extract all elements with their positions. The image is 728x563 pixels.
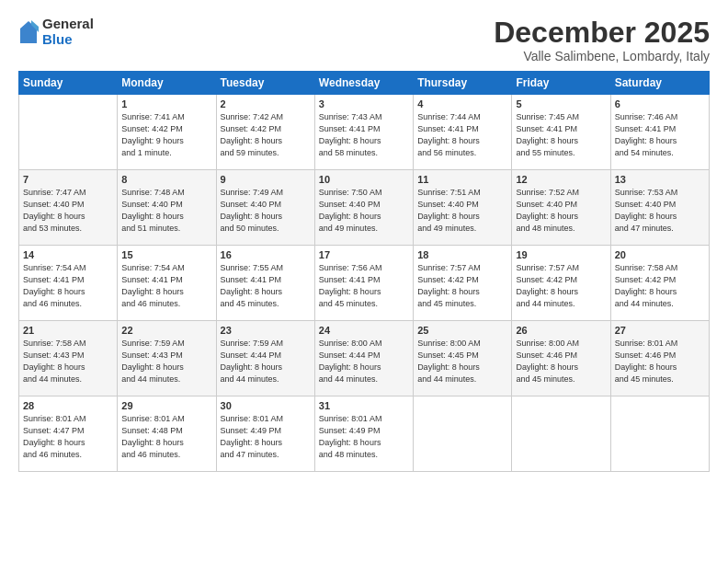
day-info: Sunrise: 7:57 AMSunset: 4:42 PMDaylight:… xyxy=(417,262,507,310)
calendar-cell-w4-d7: 27Sunrise: 8:01 AMSunset: 4:46 PMDayligh… xyxy=(610,321,709,396)
calendar-cell-w1-d1 xyxy=(19,95,118,170)
day-number: 30 xyxy=(221,400,311,411)
day-number: 3 xyxy=(319,98,409,109)
day-info: Sunrise: 7:49 AMSunset: 4:40 PMDaylight:… xyxy=(221,187,311,235)
logo-general-label: General xyxy=(42,17,94,32)
day-number: 25 xyxy=(417,325,507,336)
day-number: 13 xyxy=(615,174,705,185)
day-number: 29 xyxy=(121,400,211,411)
logo: General Blue xyxy=(18,17,94,47)
calendar-page: General Blue December 2025 Valle Salimbe… xyxy=(0,0,728,563)
day-number: 23 xyxy=(221,325,311,336)
day-info: Sunrise: 8:01 AMSunset: 4:47 PMDaylight:… xyxy=(23,413,113,461)
day-info: Sunrise: 7:51 AMSunset: 4:40 PMDaylight:… xyxy=(417,187,507,235)
day-number: 26 xyxy=(516,325,606,336)
day-info: Sunrise: 8:01 AMSunset: 4:48 PMDaylight:… xyxy=(121,413,211,461)
day-info: Sunrise: 7:59 AMSunset: 4:44 PMDaylight:… xyxy=(221,338,311,385)
calendar-cell-w2-d5: 11Sunrise: 7:51 AMSunset: 4:40 PMDayligh… xyxy=(414,170,512,246)
calendar-week-1: 1Sunrise: 7:41 AMSunset: 4:42 PMDaylight… xyxy=(19,95,710,170)
day-info: Sunrise: 7:54 AMSunset: 4:41 PMDaylight:… xyxy=(23,262,113,310)
header-friday: Friday xyxy=(512,72,610,95)
day-number: 12 xyxy=(516,174,606,185)
day-info: Sunrise: 8:01 AMSunset: 4:49 PMDaylight:… xyxy=(221,413,311,461)
header-saturday: Saturday xyxy=(610,72,709,95)
day-info: Sunrise: 8:01 AMSunset: 4:46 PMDaylight:… xyxy=(615,338,705,385)
day-info: Sunrise: 7:58 AMSunset: 4:43 PMDaylight:… xyxy=(23,338,113,385)
day-number: 14 xyxy=(23,249,113,260)
day-number: 16 xyxy=(221,249,311,260)
day-info: Sunrise: 7:53 AMSunset: 4:40 PMDaylight:… xyxy=(615,187,705,235)
day-number: 10 xyxy=(319,174,409,185)
day-info: Sunrise: 7:42 AMSunset: 4:42 PMDaylight:… xyxy=(221,111,311,159)
calendar-cell-w3-d3: 16Sunrise: 7:55 AMSunset: 4:41 PMDayligh… xyxy=(216,246,314,321)
day-info: Sunrise: 7:43 AMSunset: 4:41 PMDaylight:… xyxy=(319,111,409,159)
day-number: 7 xyxy=(23,174,113,185)
calendar-cell-w2-d7: 13Sunrise: 7:53 AMSunset: 4:40 PMDayligh… xyxy=(610,170,709,246)
day-number: 1 xyxy=(121,98,211,109)
day-number: 5 xyxy=(516,98,606,109)
day-number: 28 xyxy=(23,400,113,411)
calendar-cell-w5-d1: 28Sunrise: 8:01 AMSunset: 4:47 PMDayligh… xyxy=(19,396,118,472)
calendar-week-5: 28Sunrise: 8:01 AMSunset: 4:47 PMDayligh… xyxy=(19,396,710,472)
calendar-cell-w4-d6: 26Sunrise: 8:00 AMSunset: 4:46 PMDayligh… xyxy=(512,321,610,396)
calendar-week-3: 14Sunrise: 7:54 AMSunset: 4:41 PMDayligh… xyxy=(19,246,710,321)
day-info: Sunrise: 7:50 AMSunset: 4:40 PMDaylight:… xyxy=(319,187,409,235)
location-label: Valle Salimbene, Lombardy, Italy xyxy=(494,49,710,63)
calendar-cell-w5-d4: 31Sunrise: 8:01 AMSunset: 4:49 PMDayligh… xyxy=(314,396,413,472)
day-info: Sunrise: 8:01 AMSunset: 4:49 PMDaylight:… xyxy=(319,413,409,461)
calendar-cell-w1-d6: 5Sunrise: 7:45 AMSunset: 4:41 PMDaylight… xyxy=(512,95,610,170)
day-info: Sunrise: 7:44 AMSunset: 4:41 PMDaylight:… xyxy=(417,111,507,159)
calendar-cell-w4-d1: 21Sunrise: 7:58 AMSunset: 4:43 PMDayligh… xyxy=(19,321,118,396)
calendar-header: Sunday Monday Tuesday Wednesday Thursday… xyxy=(19,72,710,95)
calendar-cell-w3-d4: 17Sunrise: 7:56 AMSunset: 4:41 PMDayligh… xyxy=(314,246,413,321)
calendar-cell-w1-d4: 3Sunrise: 7:43 AMSunset: 4:41 PMDaylight… xyxy=(314,95,413,170)
calendar-cell-w5-d6 xyxy=(512,396,610,472)
day-info: Sunrise: 7:48 AMSunset: 4:40 PMDaylight:… xyxy=(121,187,211,235)
header-row: Sunday Monday Tuesday Wednesday Thursday… xyxy=(19,72,710,95)
day-number: 31 xyxy=(319,400,409,411)
day-info: Sunrise: 7:54 AMSunset: 4:41 PMDaylight:… xyxy=(121,262,211,310)
day-number: 20 xyxy=(615,249,705,260)
header: General Blue December 2025 Valle Salimbe… xyxy=(18,17,710,63)
day-info: Sunrise: 7:57 AMSunset: 4:42 PMDaylight:… xyxy=(516,262,606,310)
calendar-week-4: 21Sunrise: 7:58 AMSunset: 4:43 PMDayligh… xyxy=(19,321,710,396)
day-number: 17 xyxy=(319,249,409,260)
calendar-cell-w5-d3: 30Sunrise: 8:01 AMSunset: 4:49 PMDayligh… xyxy=(216,396,314,472)
day-info: Sunrise: 7:52 AMSunset: 4:40 PMDaylight:… xyxy=(516,187,606,235)
calendar-cell-w5-d2: 29Sunrise: 8:01 AMSunset: 4:48 PMDayligh… xyxy=(118,396,216,472)
day-number: 15 xyxy=(121,249,211,260)
calendar-body: 1Sunrise: 7:41 AMSunset: 4:42 PMDaylight… xyxy=(19,95,710,472)
calendar-cell-w2-d3: 9Sunrise: 7:49 AMSunset: 4:40 PMDaylight… xyxy=(216,170,314,246)
calendar-cell-w3-d5: 18Sunrise: 7:57 AMSunset: 4:42 PMDayligh… xyxy=(414,246,512,321)
day-info: Sunrise: 8:00 AMSunset: 4:45 PMDaylight:… xyxy=(417,338,507,385)
day-number: 24 xyxy=(319,325,409,336)
calendar-cell-w2-d2: 8Sunrise: 7:48 AMSunset: 4:40 PMDaylight… xyxy=(118,170,216,246)
day-number: 4 xyxy=(417,98,507,109)
header-thursday: Thursday xyxy=(414,72,512,95)
day-info: Sunrise: 8:00 AMSunset: 4:46 PMDaylight:… xyxy=(516,338,606,385)
header-sunday: Sunday xyxy=(19,72,118,95)
calendar-cell-w4-d5: 25Sunrise: 8:00 AMSunset: 4:45 PMDayligh… xyxy=(414,321,512,396)
day-info: Sunrise: 7:59 AMSunset: 4:43 PMDaylight:… xyxy=(121,338,211,385)
calendar-cell-w3-d7: 20Sunrise: 7:58 AMSunset: 4:42 PMDayligh… xyxy=(610,246,709,321)
day-number: 6 xyxy=(615,98,705,109)
day-info: Sunrise: 7:45 AMSunset: 4:41 PMDaylight:… xyxy=(516,111,606,159)
calendar-cell-w4-d2: 22Sunrise: 7:59 AMSunset: 4:43 PMDayligh… xyxy=(118,321,216,396)
logo-icon xyxy=(18,19,39,45)
title-block: December 2025 Valle Salimbene, Lombardy,… xyxy=(494,17,710,63)
day-info: Sunrise: 7:47 AMSunset: 4:40 PMDaylight:… xyxy=(23,187,113,235)
calendar-cell-w4-d4: 24Sunrise: 8:00 AMSunset: 4:44 PMDayligh… xyxy=(314,321,413,396)
logo-text: General Blue xyxy=(42,17,94,47)
calendar-cell-w3-d6: 19Sunrise: 7:57 AMSunset: 4:42 PMDayligh… xyxy=(512,246,610,321)
calendar-cell-w3-d2: 15Sunrise: 7:54 AMSunset: 4:41 PMDayligh… xyxy=(118,246,216,321)
calendar-cell-w2-d6: 12Sunrise: 7:52 AMSunset: 4:40 PMDayligh… xyxy=(512,170,610,246)
day-info: Sunrise: 7:46 AMSunset: 4:41 PMDaylight:… xyxy=(615,111,705,159)
calendar-cell-w2-d1: 7Sunrise: 7:47 AMSunset: 4:40 PMDaylight… xyxy=(19,170,118,246)
day-info: Sunrise: 7:56 AMSunset: 4:41 PMDaylight:… xyxy=(319,262,409,310)
header-monday: Monday xyxy=(118,72,216,95)
day-number: 18 xyxy=(417,249,507,260)
calendar-week-2: 7Sunrise: 7:47 AMSunset: 4:40 PMDaylight… xyxy=(19,170,710,246)
day-number: 22 xyxy=(121,325,211,336)
calendar-table: Sunday Monday Tuesday Wednesday Thursday… xyxy=(18,71,710,472)
day-info: Sunrise: 7:55 AMSunset: 4:41 PMDaylight:… xyxy=(221,262,311,310)
